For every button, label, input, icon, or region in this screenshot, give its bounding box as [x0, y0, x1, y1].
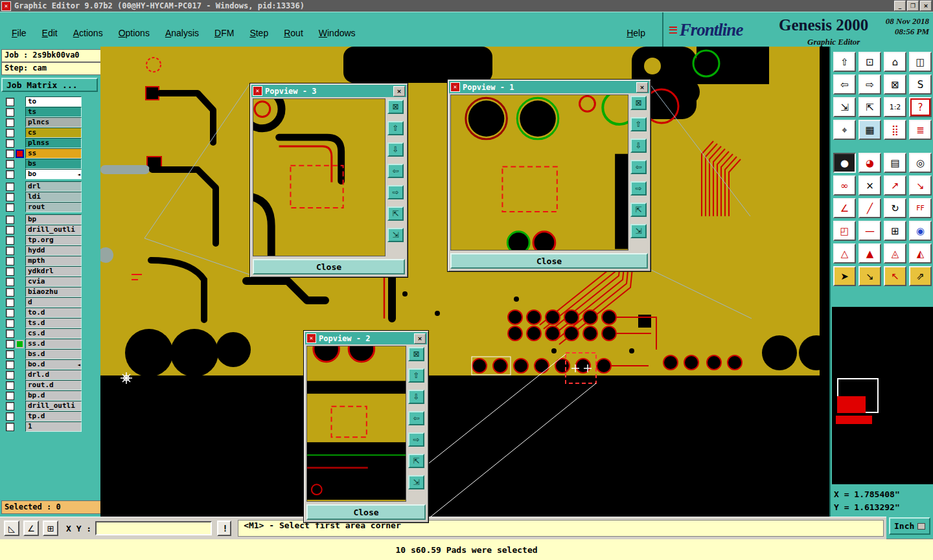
scale-1-2-button[interactable]: 1:2 [884, 97, 906, 117]
layer-name[interactable]: mpth [25, 256, 82, 266]
grid-origin-button[interactable]: ⊞ [43, 521, 58, 536]
pan-right-icon[interactable]: ⇨ [387, 185, 404, 199]
layer-name[interactable]: to [25, 96, 82, 107]
layer-row-rout[interactable]: rout [6, 203, 82, 212]
close-button[interactable]: × [920, 1, 932, 11]
layer-name[interactable]: bo.d◄ [25, 359, 82, 370]
layer-name[interactable]: biaozhu [25, 287, 82, 297]
layer-name[interactable]: tp.org [25, 235, 82, 245]
layer-row-bs.d[interactable]: bs.d [6, 350, 82, 359]
layer-row-cs.d[interactable]: cs.d [6, 329, 82, 338]
layer-row-to[interactable]: to [6, 97, 82, 106]
layer-name[interactable]: rout.d [25, 380, 82, 390]
angle-measure-button[interactable]: ∠ [833, 198, 856, 218]
layer-checkbox[interactable] [6, 267, 14, 276]
layer-checkbox[interactable] [6, 392, 14, 400]
layer-checkbox[interactable] [6, 226, 14, 234]
layer-name[interactable]: bs [25, 159, 82, 169]
layer-name[interactable]: ydkdrl [25, 266, 82, 276]
dots-pattern-button[interactable]: ⣿ [884, 120, 906, 140]
pan-up-icon[interactable]: ⇧ [387, 121, 404, 135]
layer-checkbox[interactable] [6, 319, 14, 328]
zoom-window-icon[interactable]: ⊠ [630, 96, 647, 110]
layer-row-cs[interactable]: cs [6, 128, 82, 137]
split-view-button[interactable]: ◫ [909, 52, 932, 72]
target-button[interactable]: ◎ [909, 153, 932, 173]
move-view-icon[interactable]: ⇲ [408, 475, 424, 489]
layer-name[interactable]: bp.d [25, 390, 82, 401]
minimize-button[interactable]: _ [894, 1, 906, 11]
popview-3-window[interactable]: ✕ Popview - 3 × ⊠⇧⇩⇦⇨⇱⇲ Close [249, 83, 408, 278]
zoom-fit-button[interactable]: ⇱ [858, 97, 881, 117]
layer-row-ss.d[interactable]: ss.d [6, 339, 82, 348]
menu-dfm[interactable]: DFM [214, 28, 234, 38]
pointer-tool-button[interactable]: ◺ [4, 521, 19, 536]
layer-row-plncs[interactable]: plncs [6, 118, 82, 127]
menu-help[interactable]: Help [627, 28, 645, 38]
home-view-button[interactable]: ⌂ [884, 52, 906, 72]
select-point-button[interactable]: ● [833, 153, 856, 173]
units-button[interactable]: Inch [889, 517, 930, 535]
screen-view-button[interactable]: ⊡ [858, 52, 881, 72]
rotate-button[interactable]: ↻ [884, 198, 906, 218]
mirror-button[interactable]: FF [909, 198, 932, 218]
layer-name[interactable]: hydd [25, 245, 82, 256]
pan-up-button[interactable]: ⇧ [833, 52, 856, 72]
layer-row-ts.d[interactable]: ts.d [6, 319, 82, 328]
delete-button[interactable]: × [858, 175, 881, 196]
layer-name[interactable]: ldi [25, 192, 82, 202]
menu-edit[interactable]: Edit [42, 28, 58, 38]
popview-3-canvas[interactable] [253, 98, 386, 256]
layer-checkbox[interactable] [6, 139, 14, 148]
layer-row-to.d[interactable]: to.d [6, 308, 82, 317]
layer-name[interactable]: bs.d [25, 349, 82, 359]
layer-checkbox[interactable] [6, 298, 14, 307]
menu-options[interactable]: Options [119, 28, 150, 38]
popview-3-close-icon[interactable]: × [393, 86, 405, 96]
layer-row-d[interactable]: d [6, 298, 82, 307]
layer-row-drl.d[interactable]: drl.d [6, 370, 82, 379]
layer-name[interactable]: bp [25, 214, 82, 225]
layer-row-1[interactable]: 1 [6, 422, 82, 431]
serpentine-button[interactable]: S [909, 74, 932, 95]
layer-name[interactable]: to.d [25, 308, 82, 318]
popview-3-titlebar[interactable]: ✕ Popview - 3 × [251, 85, 406, 97]
popview-2-close-button[interactable]: Close [306, 504, 426, 520]
help-button[interactable]: ? [909, 97, 932, 117]
popview-1-titlebar[interactable]: ✕ Popview - 1 × [449, 81, 649, 93]
layer-name[interactable]: 1 [25, 421, 82, 432]
move-view-icon[interactable]: ⇲ [387, 228, 404, 242]
layer-row-drill_outli[interactable]: drill_outli [6, 225, 82, 234]
layer-checkbox[interactable] [6, 170, 14, 179]
layer-row-plnss[interactable]: plnss [6, 139, 82, 148]
pie-measure-button[interactable]: ◕ [858, 153, 881, 173]
vector-up-button[interactable]: ↗ [884, 175, 906, 196]
layer-checkbox[interactable] [6, 118, 14, 127]
pan-left-icon[interactable]: ⇦ [387, 164, 404, 178]
layer-checkbox[interactable] [6, 402, 14, 410]
zoom-window-icon[interactable]: ⊠ [408, 347, 424, 361]
pan-down-icon[interactable]: ⇩ [630, 139, 647, 153]
layer-checkbox[interactable] [6, 216, 14, 224]
layer-checkbox[interactable] [6, 381, 14, 390]
line-draw-button[interactable]: ╱ [858, 198, 881, 218]
layer-checkbox[interactable] [6, 309, 14, 317]
layer-name[interactable]: plnss [25, 138, 82, 148]
layer-name[interactable]: d [25, 297, 82, 308]
signal-layers-button[interactable]: ≣ [909, 120, 932, 140]
layer-row-tp.d[interactable]: tp.d [6, 412, 82, 421]
ruler-button[interactable]: ▤ [884, 153, 906, 173]
layer-checkbox[interactable] [6, 129, 14, 137]
layer-row-biaozhu[interactable]: biaozhu [6, 287, 82, 297]
job-matrix-button[interactable]: Job Matrix ... [1, 78, 98, 92]
pan-up-icon[interactable]: ⇧ [630, 117, 647, 131]
layer-checkbox[interactable] [6, 288, 14, 297]
layer-row-mpth[interactable]: mpth [6, 256, 82, 265]
menu-file[interactable]: File [12, 28, 27, 38]
select-touch-button[interactable]: ↖ [884, 266, 906, 286]
layer-name[interactable]: ss.d [25, 339, 82, 349]
popview-2-canvas[interactable] [306, 346, 406, 502]
layer-name[interactable]: drill_outli [25, 401, 82, 411]
layer-checkbox[interactable] [6, 236, 14, 245]
layer-row-hydd[interactable]: hydd [6, 246, 82, 255]
